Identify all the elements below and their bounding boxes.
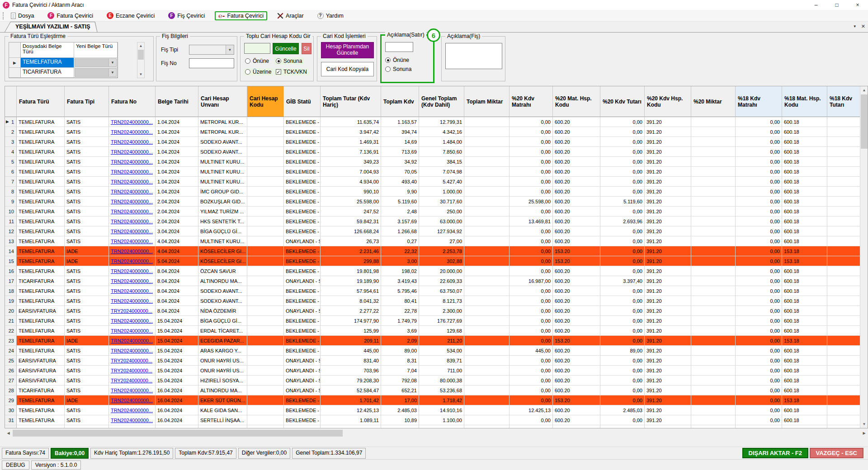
cell-toplam-miktar[interactable] [464,157,509,167]
cell-mat18-hsp-kodu[interactable]: 600.18 [782,236,827,246]
cell-kdv18-matrahi[interactable]: 0,00 [736,276,782,286]
cell-kdv18-tutari[interactable] [827,256,861,266]
cell-cari-hesap-kodu[interactable] [247,127,284,137]
cell-belge-tarihi[interactable]: 2.04.2024 [156,207,198,216]
cell-cari-hesap-kodu[interactable] [247,157,284,167]
cell-mat18-hsp-kodu[interactable]: 600.18 [782,405,827,415]
cell-cari-hesap-unvani[interactable]: MULTINET KURU... [198,157,247,167]
cell-kdv20-tutari[interactable]: 0,00 [600,167,645,177]
cell-kdv20-matrahi[interactable]: 0,00 [509,296,553,306]
cell-kdv20-matrahi[interactable]: 0,00 [509,236,553,246]
cell-fatura-turu[interactable]: EARSIVFATURA [17,356,65,366]
cell-mat20-hsp-kodu[interactable]: 153.20 [553,246,600,256]
cell-toplam-tutar[interactable]: 174.977,90 [321,316,381,326]
cell-gib-statu[interactable]: BEKLEMEDE - SA... [284,117,321,127]
cell-belge-tarihi[interactable]: 8.04.2024 [156,306,198,316]
cell-cari-hesap-unvani[interactable]: EKER SÜT ÜRÜN... [198,395,247,405]
cell-mat20-hsp-kodu[interactable]: 600.20 [553,296,600,306]
cell-cari-hesap-kodu[interactable] [247,246,284,256]
cell-fatura-tipi[interactable]: SATIS [65,197,109,207]
cell-toplam-miktar[interactable] [464,425,509,428]
cell-kdv20-hsp-kodu[interactable]: 391.20 [645,147,691,157]
cell-cari-hesap-kodu[interactable] [247,177,284,187]
yeni-belge-turu-dropdown[interactable]: ▼ [75,68,117,77]
cell-toplam-kdv[interactable]: 3.157,69 [381,216,419,226]
cell-mat18-hsp-kodu[interactable]: 600.18 [782,366,827,376]
hesap-planimdan-guncelle-button[interactable]: Hesap Planımdan Güncelle [321,42,374,58]
cell-kdv18-tutari[interactable] [827,157,861,167]
cell-kdv20-hsp-kodu[interactable]: 391.20 [645,246,691,256]
cell-kdv18-matrahi[interactable]: 0,00 [736,147,782,157]
cell-toplam-tutar[interactable]: 349,23 [321,157,381,167]
cell-cari-hesap-unvani[interactable]: SODEXO AVANT... [198,147,247,157]
cell-cari-hesap-kodu[interactable] [247,356,284,366]
cell-fatura-tipi[interactable]: SATIS [65,177,109,187]
cari-kod-kopyala-button[interactable]: Cari Kod Kopyala [321,62,374,76]
cell-kdv20-matrahi[interactable]: 0,00 [509,256,553,266]
cell-kdv20-tutari[interactable]: 2.485,03 [600,405,645,415]
column-header-gib-statu[interactable]: GİB Statü [284,86,321,117]
cell-toplam-miktar[interactable] [464,236,509,246]
cell-kdv18-matrahi[interactable]: 0,00 [736,216,782,226]
cell-fatura-tipi[interactable]: SATIS [65,236,109,246]
cell-mat18-hsp-kodu[interactable]: 600.18 [782,346,827,356]
cell-gib-statu[interactable]: BEKLEMEDE - SA... [284,286,321,296]
cell-fatura-turu[interactable]: TEMELFATURA [17,236,65,246]
cell-mat18-hsp-kodu[interactable]: 153.18 [782,395,827,405]
fatura-no-link[interactable]: TRN2024000000... [111,229,153,234]
cell-kdv20-matrahi[interactable]: 0,00 [509,366,553,376]
cell-kdv18-matrahi[interactable]: 0,00 [736,246,782,256]
cell-toplam-miktar[interactable] [464,336,509,346]
cell-miktar20[interactable] [691,296,736,306]
cell-toplam-kdv[interactable]: 7,04 [381,366,419,376]
tab-list-dropdown-icon[interactable]: ▼ [853,24,857,29]
cell-mat20-hsp-kodu[interactable]: 600.20 [553,216,600,226]
cell-kdv18-matrahi[interactable]: 0,00 [736,207,782,216]
cell-kdv20-hsp-kodu[interactable]: 391.20 [645,197,691,207]
cell-cari-hesap-unvani[interactable]: ALTINORDU MA... [198,276,247,286]
cell-mat18-hsp-kodu[interactable]: 600.18 [782,385,827,395]
cell-cari-hesap-unvani[interactable]: MULTINET KURU... [198,167,247,177]
cell-kdv20-hsp-kodu[interactable]: 391.20 [645,137,691,147]
row-indicator[interactable]: 31 [5,415,17,425]
cell-belge-tarihi[interactable]: 15.04.2024 [156,366,198,376]
cell-gib-statu[interactable]: ONAYLANDI - S... [284,366,321,376]
cell-belge-tarihi[interactable]: 15.04.2024 [156,316,198,326]
row-indicator[interactable]: 9 [5,197,17,207]
cell-belge-tarihi[interactable]: 2.04.2024 [156,197,198,207]
cell-kdv20-hsp-kodu[interactable]: 391.20 [645,415,691,425]
column-header-mat20-hsp-kodu[interactable]: %20 Mat. Hsp. Kodu [553,86,600,117]
row-indicator[interactable]: 12 [5,226,17,236]
cell-mat20-hsp-kodu[interactable]: 600.20 [553,147,600,157]
cell-miktar20[interactable] [691,306,736,316]
cell-kdv18-matrahi[interactable]: 0,00 [736,306,782,316]
cell-gib-statu[interactable]: BEKLEMEDE - SA... [284,405,321,415]
cell-mat18-hsp-kodu[interactable]: 600.18 [782,117,827,127]
cell-fatura-turu[interactable]: TEMELFATURA [17,187,65,197]
row-indicator[interactable]: 4 [5,147,17,157]
cell-mat18-hsp-kodu[interactable]: 600.18 [782,286,827,296]
cell-kdv20-tutari[interactable]: 0,00 [600,147,645,157]
cell-kdv18-tutari[interactable] [827,306,861,316]
cell-kdv20-matrahi[interactable]: 25.598,00 [509,197,553,207]
cell-cari-hesap-kodu[interactable] [247,385,284,395]
row-indicator[interactable]: 21 [5,316,17,326]
column-header-cari-hesap-kodu[interactable]: Cari Hesap Kodu [247,86,284,117]
cell-kdv18-tutari[interactable] [827,197,861,207]
cell-toplam-miktar[interactable] [464,415,509,425]
cell-fatura-turu[interactable]: TEMELFATURA [17,167,65,177]
cell-kdv20-tutari[interactable]: 0,00 [600,177,645,187]
cell-miktar20[interactable] [691,395,736,405]
cell-mat20-hsp-kodu[interactable]: 600.20 [553,366,600,376]
cell-kdv20-hsp-kodu[interactable]: 391.20 [645,316,691,326]
cell-toplam-miktar[interactable] [464,276,509,286]
cell-kdv20-hsp-kodu[interactable]: 391.20 [645,296,691,306]
cell-fatura-turu[interactable]: TEMELFATURA [17,197,65,207]
row-indicator[interactable]: 7 [5,177,17,187]
cell-cari-hesap-kodu[interactable] [247,306,284,316]
cell-toplam-tutar[interactable]: 25.598,00 [321,197,381,207]
cell-mat20-hsp-kodu[interactable]: 600.20 [553,425,600,428]
cell-kdv18-tutari[interactable] [827,226,861,236]
cell-kdv20-matrahi[interactable]: 0,00 [509,385,553,395]
cell-cari-hesap-kodu[interactable] [247,296,284,306]
